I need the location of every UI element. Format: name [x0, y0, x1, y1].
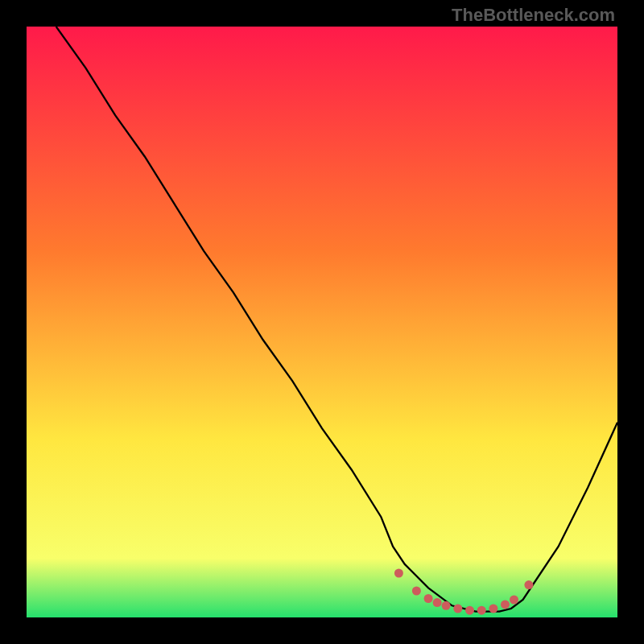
- plot-area: [27, 27, 617, 617]
- sweet-spot-dot: [394, 569, 403, 578]
- sweet-spot-dot: [465, 606, 474, 615]
- watermark-text: TheBottleneck.com: [452, 5, 615, 26]
- chart-svg: [27, 27, 617, 617]
- sweet-spot-dot: [489, 605, 497, 613]
- sweet-spot-dot: [477, 606, 486, 615]
- sweet-spot-dot: [442, 601, 451, 610]
- sweet-spot-dot: [524, 580, 533, 589]
- sweet-spot-dot: [510, 596, 518, 605]
- sweet-spot-dot: [412, 587, 421, 596]
- sweet-spot-dot: [453, 605, 462, 613]
- chart-frame: TheBottleneck.com: [0, 0, 644, 644]
- sweet-spot-dot: [501, 600, 510, 609]
- sweet-spot-dot: [433, 598, 442, 607]
- sweet-spot-dot: [424, 594, 433, 603]
